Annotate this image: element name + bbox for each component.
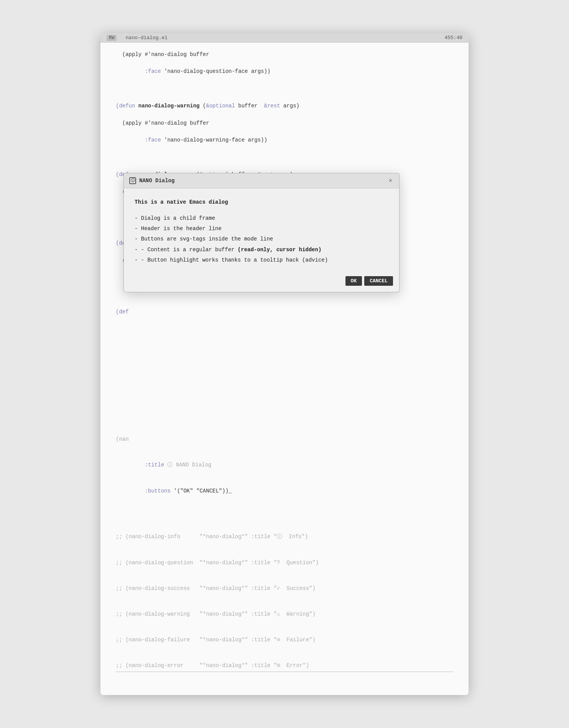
list-item: - Content is a regular buffer (read-only… bbox=[135, 245, 388, 255]
comment-line: ;; (nano-dialog-success "*nano-dialog*" … bbox=[116, 584, 453, 593]
code-comments: ;; (nano-dialog-info "*nano-dialog*" :ti… bbox=[116, 516, 453, 687]
dialog-close-button[interactable]: × bbox=[387, 178, 394, 184]
list-item: - Button highlight works thanks to a too… bbox=[135, 255, 388, 265]
dialog-body: This is a native Emacs dialog Dialog is … bbox=[124, 188, 399, 272]
code-line: (apply #'nano-dialog buffer bbox=[116, 50, 453, 59]
code-line: (defu bbox=[116, 308, 453, 316]
dialog-title: NANO Dialog bbox=[139, 176, 174, 185]
code-line: :face 'nano-dialog-question-face args)) bbox=[116, 67, 453, 76]
comment-line: ;; (nano-dialog-question "*nano-dialog*"… bbox=[116, 558, 453, 567]
bottom-divider bbox=[116, 672, 453, 672]
comment-line: ;; (nano-dialog-warning "*nano-dialog*" … bbox=[116, 610, 453, 618]
status-filename: nano-dialog.el bbox=[126, 35, 168, 41]
editor-area: (apply #'nano-dialog buffer :face 'nano-… bbox=[100, 43, 469, 695]
status-mode: RW bbox=[107, 35, 117, 41]
code-line: :face 'nano-dialog-warning-face args)) bbox=[116, 136, 453, 144]
dialog-footer: OK CANCEL bbox=[124, 272, 399, 292]
dialog-heading: This is a native Emacs dialog bbox=[135, 198, 388, 207]
list-item: Header is the header line bbox=[135, 224, 388, 234]
code-partial-line: (defu bbox=[116, 290, 453, 333]
ok-button[interactable]: OK bbox=[345, 276, 362, 286]
dialog-icon: ⓘ bbox=[129, 177, 136, 184]
dialog-icon-symbol: ⓘ bbox=[131, 177, 135, 184]
status-mode-filename: RW nano-dialog.el bbox=[107, 35, 168, 41]
code-line: :buttons '("OK" "CANCEL"))_ bbox=[116, 487, 453, 495]
cancel-button[interactable]: CANCEL bbox=[364, 276, 393, 286]
comment-line: ;; (nano-dialog-info "*nano-dialog*" :ti… bbox=[116, 532, 453, 541]
comment-line: ;; (nano-dialog-failure "*nano-dialog*" … bbox=[116, 636, 453, 644]
dialog-list: Dialog is a child frame Header is the he… bbox=[135, 213, 388, 265]
code-line: (defun nano-dialog-warning (&optional bu… bbox=[116, 102, 453, 110]
status-position: 455:40 bbox=[444, 35, 462, 41]
dialog-header: ⓘ NANO Dialog × bbox=[124, 173, 399, 188]
dialog-overlay: ⓘ NANO Dialog × This is a native Emacs d… bbox=[123, 173, 400, 293]
code-line: (nan bbox=[116, 435, 453, 443]
comment-line: ;; (nano-dialog-error "*nano-dialog*" :t… bbox=[116, 661, 453, 670]
code-line: (apply #'nano-dialog buffer bbox=[116, 119, 453, 127]
code-line bbox=[116, 84, 453, 93]
code-after-dialog: (nan :title ⓘ NANO Dialog :buttons '("OK… bbox=[116, 418, 453, 512]
list-item: Dialog is a child frame bbox=[135, 213, 388, 224]
status-bar: RW nano-dialog.el 455:40 bbox=[100, 33, 469, 43]
window-frame: RW nano-dialog.el 455:40 (apply #'nano-d… bbox=[100, 33, 469, 695]
dialog-header-left: ⓘ NANO Dialog bbox=[129, 176, 174, 185]
code-line: :title ⓘ NANO Dialog bbox=[116, 461, 453, 469]
list-item: Buttons are svg-tags inside the mode lin… bbox=[135, 234, 388, 244]
code-line bbox=[116, 153, 453, 161]
